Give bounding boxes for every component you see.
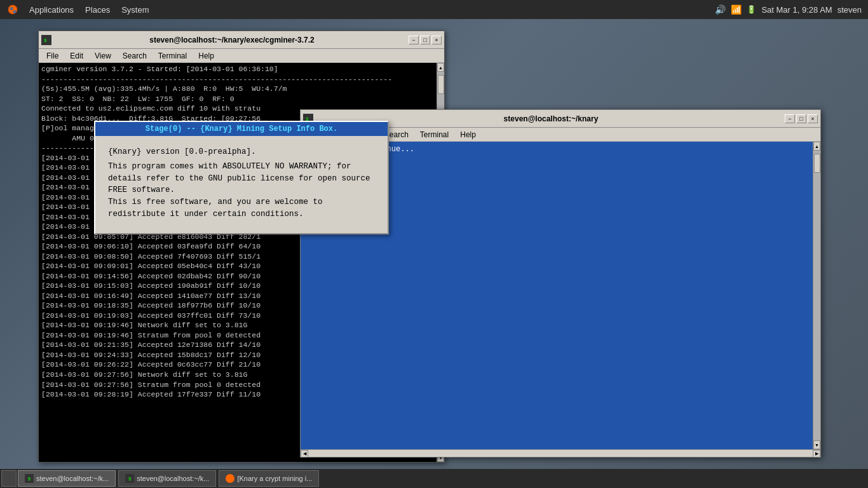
- top-panel-left: 🐾 Applications Places System: [0, 0, 154, 19]
- terminal1-close[interactable]: ×: [431, 36, 442, 44]
- svg-text:$: $: [44, 37, 47, 43]
- terminal2-scroll-track[interactable]: [813, 151, 820, 440]
- t1-menu-view[interactable]: View: [90, 50, 116, 62]
- terminal1-minimize[interactable]: −: [409, 36, 419, 44]
- hscroll-left[interactable]: ◀: [301, 450, 308, 458]
- info-box-dialog: Stage(0) -- {Knary} Mining Setup Info Bo…: [94, 121, 389, 234]
- t2-menu-help[interactable]: Help: [455, 129, 481, 140]
- terminal1-controls: − □ ×: [409, 36, 442, 44]
- terminal2-scroll-up[interactable]: ▲: [813, 142, 820, 151]
- terminal2-close[interactable]: ×: [808, 114, 818, 123]
- t1-menu-help[interactable]: Help: [193, 50, 219, 62]
- taskbar-item-1[interactable]: $ steven@localhost:~/k...: [118, 470, 216, 487]
- terminal1-scroll-up[interactable]: ▲: [437, 63, 444, 72]
- system-menu[interactable]: System: [116, 0, 154, 19]
- taskbar-label-1: steven@localhost:~/k...: [137, 475, 209, 482]
- t1-menu-edit[interactable]: Edit: [65, 50, 88, 62]
- terminal1-maximize[interactable]: □: [420, 36, 430, 44]
- show-desktop-button[interactable]: [1, 470, 17, 487]
- taskbar-label-2: [Knary a crypt mining i...: [237, 475, 312, 482]
- power-icon[interactable]: 🔋: [747, 5, 756, 14]
- t1-menu-search[interactable]: Search: [118, 50, 152, 62]
- taskbar-term-icon-1: $: [125, 474, 134, 483]
- taskbar-term-icon-0: $: [25, 474, 34, 483]
- taskbar-label-0: steven@localhost:~/k...: [36, 475, 109, 482]
- terminal1-menubar: File Edit View Search Terminal Help: [39, 49, 444, 63]
- terminal1-scroll-thumb[interactable]: [438, 75, 444, 94]
- top-panel: 🐾 Applications Places System 🔊 📶 🔋 Sat M…: [0, 0, 868, 19]
- app-menu-icon[interactable]: 🐾: [3, 0, 23, 19]
- t2-menu-terminal[interactable]: Terminal: [415, 129, 454, 140]
- terminal2-controls: − □ ×: [785, 114, 818, 123]
- t1-menu-terminal[interactable]: Terminal: [153, 50, 192, 62]
- t1-menu-file[interactable]: File: [41, 50, 64, 62]
- terminal1-titlebar: $ steven@localhost:~/knary/exec/cgminer-…: [39, 31, 444, 49]
- hscroll-right[interactable]: ▶: [813, 450, 820, 458]
- info-box-content: {Knary} version [0.0-prealpha].This prog…: [95, 136, 388, 233]
- username: steven: [837, 5, 862, 15]
- taskbar-item-0[interactable]: $ steven@localhost:~/k...: [18, 470, 116, 487]
- volume-icon[interactable]: 🔊: [715, 4, 726, 15]
- svg-text:🐾: 🐾: [9, 6, 17, 14]
- terminal2-scroll-thumb[interactable]: [814, 154, 820, 173]
- applications-menu[interactable]: Applications: [24, 0, 79, 19]
- terminal2-maximize[interactable]: □: [796, 114, 806, 123]
- taskbar-ff-icon: [226, 474, 234, 483]
- taskbar-item-2[interactable]: [Knary a crypt mining i...: [219, 470, 319, 487]
- terminal1-title: steven@localhost:~/knary/exec/cgminer-3.…: [55, 36, 409, 44]
- places-menu[interactable]: Places: [80, 0, 115, 19]
- info-box-title: Stage(0) -- {Knary} Mining Setup Info Bo…: [95, 122, 388, 136]
- network-icon[interactable]: 📶: [731, 4, 742, 15]
- desktop: 🐾 Applications Places System 🔊 📶 🔋 Sat M…: [0, 0, 868, 488]
- clock: Sat Mar 1, 9:28 AM: [761, 5, 832, 15]
- terminal2-scrollbar[interactable]: ▲ ▼: [813, 142, 820, 449]
- terminal2-hscrollbar[interactable]: ◀ ▶: [301, 449, 820, 457]
- terminal2-scroll-down[interactable]: ▼: [813, 440, 820, 449]
- top-panel-right: 🔊 📶 🔋 Sat Mar 1, 9:28 AM steven: [715, 4, 868, 15]
- terminal1-icon: $: [41, 35, 51, 45]
- taskbar: $ steven@localhost:~/k... $ steven@local…: [0, 469, 868, 488]
- terminal2-minimize[interactable]: −: [785, 114, 795, 123]
